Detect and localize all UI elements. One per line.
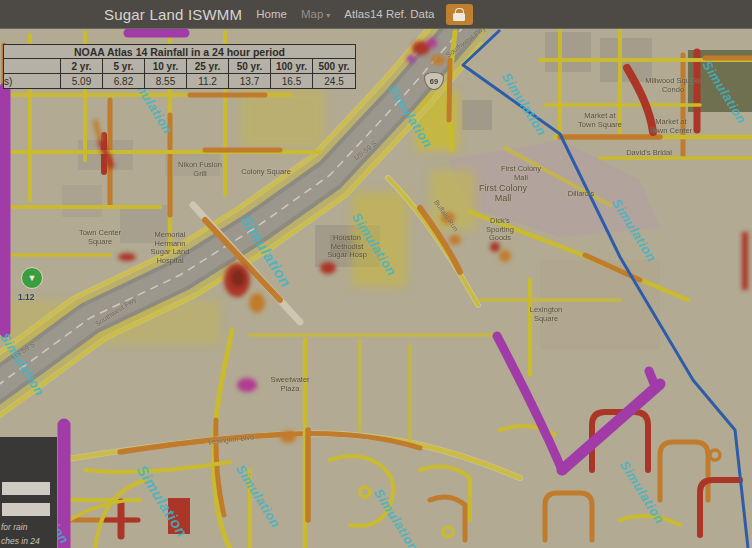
table-header: 50 yr. [229, 59, 271, 74]
nav-home[interactable]: Home [256, 8, 287, 20]
place-label-davids-bridal: David's Bridal [626, 149, 672, 158]
lock-button[interactable] [446, 4, 473, 25]
nav-map[interactable]: Map▾ [301, 8, 330, 20]
map-marker-label: 1.12 [18, 292, 35, 302]
bottom-left-panel: for rain ches in 24 [0, 437, 57, 548]
nav-atlas14-ref-data[interactable]: Atlas14 Ref. Data [344, 8, 434, 20]
place-label-nikon-fusion-grill: Nikon Fusion Grill [178, 161, 222, 178]
panel-input-1[interactable] [2, 482, 50, 495]
top-toolbar: Sugar Land ISWMM Home Map▾ Atlas14 Ref. … [0, 0, 752, 29]
place-label-market-at-town-square: Market at Town Square [578, 112, 622, 129]
table-value: 6.82 [103, 74, 145, 89]
table-header: 10 yr. [145, 59, 187, 74]
place-label-market-at-town-center: Market at Town Center [650, 118, 692, 135]
place-label-dillards: Dillard's [568, 190, 594, 199]
table-header: 2 yr. [61, 59, 103, 74]
main-nav: Home Map▾ Atlas14 Ref. Data [256, 8, 434, 20]
table-header: 5 yr. [103, 59, 145, 74]
table-value: 8.55 [145, 74, 187, 89]
place-label-lexington-square: Lexington Square [530, 306, 563, 323]
table-header: 25 yr. [187, 59, 229, 74]
panel-clipped-text-2: ches in 24 [1, 536, 40, 546]
chevron-down-icon: ▾ [326, 11, 330, 20]
table-header: 500 yr. [313, 59, 356, 74]
table-value: 13.7 [229, 74, 271, 89]
place-label-first-colony-mall: First Colony Mall [479, 183, 527, 204]
panel-clipped-text-1: for rain [1, 522, 27, 532]
table-header: 100 yr. [271, 59, 313, 74]
panel-input-2[interactable] [2, 503, 50, 516]
map-marker[interactable]: ▼ [21, 267, 43, 289]
place-label-memorial-hermann: Memorial Hermann Sugar Land Hospital [151, 231, 190, 266]
rainfall-table-title: NOAA Atlas 14 Rainfall in a 24 hour peri… [4, 45, 356, 59]
table-value: 5.09 [61, 74, 103, 89]
place-label-colony-square: Colony Square [241, 168, 291, 177]
place-label-first-colony-mall-small: First Colony Mall [501, 165, 541, 182]
table-value: 24.5 [313, 74, 356, 89]
table-value: 16.5 [271, 74, 313, 89]
table-corner-cell [4, 59, 61, 74]
place-label-sweetwater-plaza: Sweetwater Plaza [270, 376, 309, 393]
table-value: 11.2 [187, 74, 229, 89]
app-title: Sugar Land ISWMM [104, 6, 242, 23]
rainfall-table: NOAA Atlas 14 Rainfall in a 24 hour peri… [3, 44, 356, 89]
table-row-label: s) [4, 74, 61, 89]
place-label-town-center-square: Town Center Square [79, 229, 121, 246]
place-label-dicks-sporting-goods: Dick's Sporting Goods [486, 217, 514, 243]
place-label-millwood-square-condo: Millwood Square Condo [645, 77, 700, 94]
down-arrow-icon: ▼ [28, 274, 37, 283]
app-window: Sugar Land ISWMM Home Map▾ Atlas14 Ref. … [0, 0, 752, 548]
